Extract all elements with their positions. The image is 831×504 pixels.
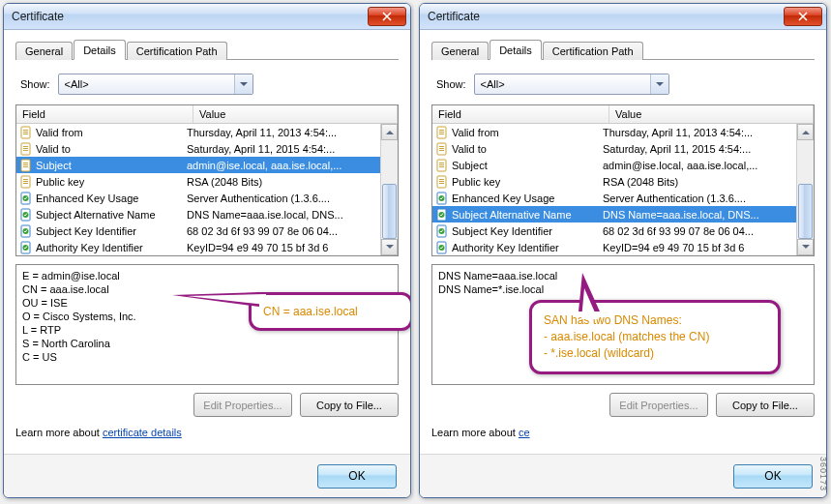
- row-field: Authority Key Identifier: [36, 242, 183, 253]
- tab-general[interactable]: General: [15, 42, 73, 60]
- row-value: admin@ise.local, aaa.ise.local,...: [599, 160, 814, 171]
- tabs: General Details Certification Path: [431, 38, 815, 60]
- document-icon: [434, 141, 450, 157]
- learn-more-link[interactable]: ce: [519, 427, 530, 438]
- learn-more-link[interactable]: certificate details: [103, 427, 182, 438]
- list-row[interactable]: Valid toSaturday, April 11, 2015 4:54:..…: [16, 140, 398, 157]
- row-value: DNS Name=aaa.ise.local, DNS...: [183, 209, 398, 221]
- list-row[interactable]: Authority Key IdentifierKeyID=94 e9 49 7…: [432, 239, 814, 255]
- scroll-down-icon[interactable]: [797, 239, 814, 255]
- row-field: Valid to: [36, 143, 183, 155]
- row-value: Saturday, April 11, 2015 4:54:...: [599, 143, 814, 155]
- row-field: Public key: [36, 176, 183, 188]
- list-row[interactable]: Subjectadmin@ise.local, aaa.ise.local,..…: [16, 157, 398, 173]
- list-row[interactable]: Subject Key Identifier68 02 3d 6f 93 99 …: [16, 222, 398, 239]
- row-field: Valid from: [36, 127, 183, 138]
- document-icon: [18, 125, 34, 140]
- row-value: Thursday, April 11, 2013 4:54:...: [599, 127, 814, 138]
- scrollbar[interactable]: [796, 124, 814, 255]
- row-field: Valid from: [452, 127, 599, 138]
- list-row[interactable]: Enhanced Key UsageServer Authentication …: [16, 190, 398, 206]
- extension-icon: [18, 207, 34, 222]
- extension-icon: [18, 191, 34, 206]
- show-combo[interactable]: <All>: [474, 74, 669, 95]
- row-value: Server Authentication (1.3.6....: [599, 193, 814, 204]
- extension-icon: [434, 240, 450, 255]
- row-field: Subject: [452, 160, 599, 171]
- list-row[interactable]: Subject Alternative NameDNS Name=aaa.ise…: [432, 206, 814, 222]
- row-value: Saturday, April 11, 2015 4:54:...: [183, 143, 398, 155]
- window-title: Certificate: [12, 10, 368, 23]
- scrollbar[interactable]: [380, 124, 398, 255]
- close-button[interactable]: [784, 7, 822, 26]
- col-field[interactable]: Field: [432, 105, 609, 123]
- detail-text: E = admin@ise.local CN = aaa.ise.local O…: [15, 264, 399, 385]
- list-row[interactable]: Public keyRSA (2048 Bits): [16, 173, 398, 190]
- tab-general[interactable]: General: [431, 42, 489, 60]
- show-label: Show:: [20, 78, 50, 90]
- copy-to-file-button[interactable]: Copy to File...: [300, 393, 399, 417]
- extension-icon: [18, 223, 34, 239]
- col-field[interactable]: Field: [16, 105, 193, 123]
- list-row[interactable]: Subject Key Identifier68 02 3d 6f 93 99 …: [432, 222, 814, 239]
- copy-to-file-button[interactable]: Copy to File...: [716, 393, 815, 417]
- extension-icon: [18, 240, 34, 255]
- row-field: Valid to: [452, 143, 599, 155]
- tab-details[interactable]: Details: [490, 40, 542, 60]
- list-row[interactable]: Enhanced Key UsageServer Authentication …: [432, 190, 814, 206]
- row-value: Thursday, April 11, 2013 4:54:...: [183, 127, 398, 138]
- list-row[interactable]: Valid fromThursday, April 11, 2013 4:54:…: [432, 124, 814, 140]
- learn-more: Learn more about ce: [431, 427, 815, 438]
- document-icon: [18, 158, 34, 173]
- chevron-down-icon[interactable]: [650, 74, 668, 94]
- tab-certpath[interactable]: Certification Path: [127, 42, 227, 60]
- titlebar: Certificate: [420, 4, 826, 30]
- list-row[interactable]: Subject Alternative NameDNS Name=aaa.ise…: [16, 206, 398, 222]
- show-label: Show:: [436, 78, 466, 90]
- col-value[interactable]: Value: [193, 105, 398, 123]
- row-value: Server Authentication (1.3.6....: [183, 193, 398, 204]
- image-id: 360173: [818, 457, 827, 491]
- scroll-thumb[interactable]: [798, 184, 813, 239]
- annotation-callout: SAN has two DNS Names: - aaa.ise.local (…: [529, 300, 781, 374]
- list-row[interactable]: Valid toSaturday, April 11, 2015 4:54:..…: [432, 140, 814, 157]
- row-value: KeyID=94 e9 49 70 15 bf 3d 6: [599, 242, 814, 253]
- list-row[interactable]: Valid fromThursday, April 11, 2013 4:54:…: [16, 124, 398, 140]
- document-icon: [434, 125, 450, 140]
- ok-button[interactable]: OK: [317, 464, 397, 489]
- edit-properties-button: Edit Properties...: [609, 393, 708, 417]
- ok-button[interactable]: OK: [733, 464, 813, 489]
- show-combo[interactable]: <All>: [58, 74, 253, 95]
- document-icon: [18, 141, 34, 157]
- extension-icon: [434, 223, 450, 239]
- row-field: Enhanced Key Usage: [36, 193, 183, 204]
- document-icon: [434, 158, 450, 173]
- list-row[interactable]: Subjectadmin@ise.local, aaa.ise.local,..…: [432, 157, 814, 173]
- tab-certpath[interactable]: Certification Path: [543, 42, 643, 60]
- row-field: Subject Alternative Name: [452, 209, 599, 221]
- row-value: 68 02 3d 6f 93 99 07 8e 06 04...: [599, 225, 814, 237]
- list-row[interactable]: Public keyRSA (2048 Bits): [432, 173, 814, 190]
- col-value[interactable]: Value: [609, 105, 814, 123]
- window-title: Certificate: [428, 10, 784, 23]
- tab-details[interactable]: Details: [74, 40, 126, 60]
- document-icon: [434, 174, 450, 190]
- row-value: DNS Name=aaa.ise.local, DNS...: [599, 209, 814, 221]
- scroll-up-icon[interactable]: [797, 124, 814, 140]
- scroll-thumb[interactable]: [382, 184, 397, 239]
- row-field: Subject Alternative Name: [36, 209, 183, 221]
- list-row[interactable]: Authority Key IdentifierKeyID=94 e9 49 7…: [16, 239, 398, 255]
- close-button[interactable]: [368, 7, 406, 26]
- detail-text: DNS Name=aaa.ise.local DNS Name=*.ise.lo…: [431, 264, 815, 385]
- scroll-down-icon[interactable]: [381, 239, 398, 255]
- extension-icon: [434, 191, 450, 206]
- chevron-down-icon[interactable]: [234, 74, 252, 94]
- row-value: RSA (2048 Bits): [183, 176, 398, 188]
- row-value: RSA (2048 Bits): [599, 176, 814, 188]
- row-value: admin@ise.local, aaa.ise.local,...: [183, 160, 398, 171]
- annotation-callout: CN = aaa.ise.local: [249, 292, 411, 331]
- field-list: FieldValue Valid fromThursday, April 11,…: [15, 104, 399, 256]
- scroll-up-icon[interactable]: [381, 124, 398, 140]
- titlebar: Certificate: [4, 4, 410, 30]
- certificate-dialog-right: Certificate General Details Certificatio…: [419, 3, 827, 498]
